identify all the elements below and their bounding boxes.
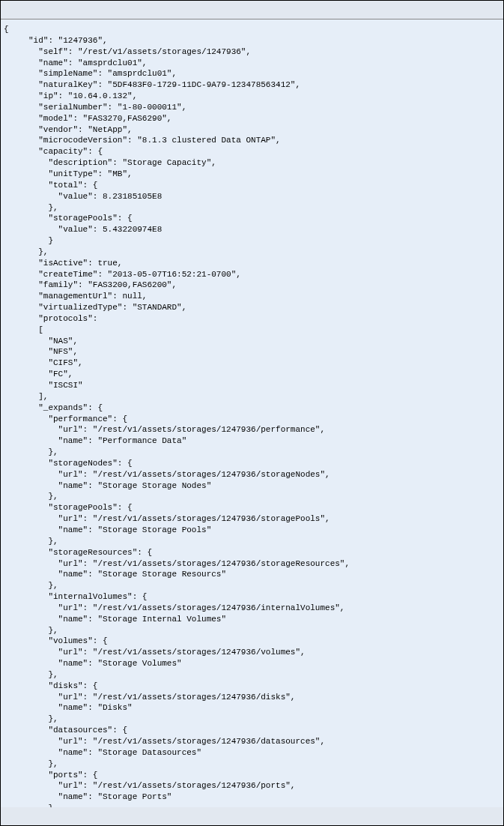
json-line: "url": "/rest/v1/assets/storages/1247936… (4, 736, 500, 747)
json-line: "name": "Disks" (4, 702, 500, 714)
json-line: "family": "FAS3200,FAS6200", (4, 280, 500, 291)
json-line: "virtualizedType": "STANDARD", (4, 302, 500, 313)
json-line: "capacity": { (4, 146, 500, 157)
json-line: "name": "amsprdclu01", (4, 58, 500, 69)
json-line: "storagePools": { (4, 502, 500, 513)
json-line: { (4, 24, 500, 35)
json-line: "url": "/rest/v1/assets/storages/1247936… (4, 692, 500, 703)
json-line: "NFS", (4, 346, 500, 358)
json-line: "microcodeVersion": "8.1.3 clustered Dat… (4, 135, 500, 146)
json-line: "managementUrl": null, (4, 291, 500, 302)
json-line: "disks": { (4, 681, 500, 692)
json-line: }, (4, 625, 500, 636)
json-line: "url": "/rest/v1/assets/storages/1247936… (4, 647, 500, 658)
json-line: }, (4, 247, 500, 258)
json-line: "name": "Storage Ports" (4, 792, 500, 803)
json-line: "volumes": { (4, 636, 500, 647)
json-line: "ISCSI" (4, 380, 500, 391)
json-line: }, (4, 669, 500, 681)
json-line: "name": "Storage Storage Resourcs" (4, 569, 500, 580)
json-line: "name": "Storage Storage Pools" (4, 525, 500, 536)
json-line: }, (4, 447, 500, 458)
json-line: "name": "Storage Volumes" (4, 658, 500, 669)
json-line: }, (4, 714, 500, 725)
json-line: "ports": { (4, 770, 500, 781)
json-line: "name": "Storage Datasources" (4, 747, 500, 759)
json-line: "url": "/rest/v1/assets/storages/1247936… (4, 558, 500, 570)
json-line: }, (4, 803, 500, 807)
json-line: "CIFS", (4, 358, 500, 369)
json-line: "ip": "10.64.0.132", (4, 91, 500, 102)
json-line: "FC", (4, 369, 500, 380)
json-line: "internalVolumes": { (4, 591, 500, 603)
json-line: }, (4, 202, 500, 214)
json-line: "createTime": "2013-05-07T16:52:21-0700"… (4, 269, 500, 280)
json-line: "total": { (4, 180, 500, 191)
json-line: "name": "Storage Storage Nodes" (4, 480, 500, 492)
json-line: "protocols": (4, 313, 500, 325)
json-line: "url": "/rest/v1/assets/storages/1247936… (4, 424, 500, 435)
json-line: "storageResources": { (4, 547, 500, 558)
json-line: "vendor": "NetApp", (4, 124, 500, 136)
json-line: ], (4, 391, 500, 403)
json-line: "serialNumber": "1-80-000011", (4, 102, 500, 113)
json-line: }, (4, 580, 500, 591)
json-line: "value": 8.23185105E8 (4, 191, 500, 202)
json-line: "performance": { (4, 414, 500, 425)
json-line: "name": "Storage Internal Volumes" (4, 614, 500, 625)
json-line: "storagePools": { (4, 213, 500, 224)
json-line: "NAS", (4, 336, 500, 347)
json-content: { "id": "1247936", "self": "/rest/v1/ass… (1, 19, 503, 807)
json-line: "name": "Performance Data" (4, 435, 500, 447)
json-line: "model": "FAS3270,FAS6290", (4, 113, 500, 124)
json-line: "_expands": { (4, 403, 500, 414)
json-line: "url": "/rest/v1/assets/storages/1247936… (4, 603, 500, 614)
json-line: "value": 5.43220974E8 (4, 224, 500, 235)
json-line: "simpleName": "amsprdclu01", (4, 68, 500, 79)
json-line: "url": "/rest/v1/assets/storages/1247936… (4, 513, 500, 525)
api-response-viewer: { "id": "1247936", "self": "/rest/v1/ass… (0, 0, 504, 826)
json-line: } (4, 235, 500, 247)
json-line: "url": "/rest/v1/assets/storages/1247936… (4, 469, 500, 480)
json-line: "unitType": "MB", (4, 169, 500, 180)
json-line: [ (4, 325, 500, 336)
json-line: "description": "Storage Capacity", (4, 157, 500, 169)
json-line: "url": "/rest/v1/assets/storages/1247936… (4, 780, 500, 792)
json-line: }, (4, 536, 500, 547)
json-line: "datasources": { (4, 725, 500, 736)
json-line: "self": "/rest/v1/assets/storages/124793… (4, 46, 500, 58)
json-line: "storageNodes": { (4, 458, 500, 469)
json-line: }, (4, 759, 500, 770)
json-line: "naturalKey": "5DF483F0-1729-11DC-9A79-1… (4, 79, 500, 91)
json-line: }, (4, 491, 500, 502)
json-line: "isActive": true, (4, 258, 500, 269)
json-line: "id": "1247936", (4, 35, 500, 46)
